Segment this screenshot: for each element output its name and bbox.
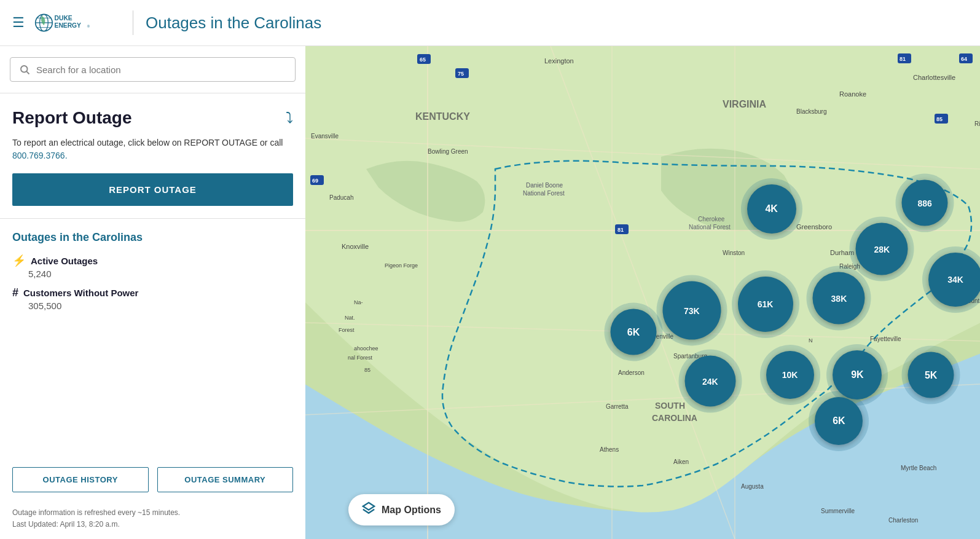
cluster-c13[interactable]: 5K xyxy=(902,346,960,404)
header: ☰ DUKE ENERGY ® Outages in the Carolinas xyxy=(0,0,980,46)
svg-text:Forest: Forest xyxy=(339,327,355,333)
hash-icon: # xyxy=(12,286,18,299)
map-background: KENTUCKY VIRGINIA SOUTH CAROLINA Lexingt… xyxy=(305,46,980,539)
svg-text:CAROLINA: CAROLINA xyxy=(652,413,697,423)
outage-summary-button[interactable]: OUTAGE SUMMARY xyxy=(157,467,294,492)
search-wrapper[interactable] xyxy=(10,57,296,82)
map-options-button[interactable]: Map Options xyxy=(348,494,455,525)
page-title: Outages in the Carolinas xyxy=(146,14,321,33)
cluster-c4[interactable]: 73K xyxy=(656,275,727,346)
svg-text:Knoxville: Knoxville xyxy=(342,243,369,250)
svg-text:81: 81 xyxy=(900,56,906,62)
customers-value: 305,500 xyxy=(28,301,138,311)
header-divider xyxy=(133,10,133,35)
footer-line1: Outage information is refreshed every ~1… xyxy=(12,507,293,519)
svg-text:Lexington: Lexington xyxy=(544,57,574,65)
report-description: To report an electrical outage, click be… xyxy=(12,136,293,162)
map-svg: KENTUCKY VIRGINIA SOUTH CAROLINA Lexingt… xyxy=(305,46,980,539)
svg-text:Anderson: Anderson xyxy=(618,369,645,376)
svg-text:Nat.: Nat. xyxy=(345,315,355,321)
layers-icon xyxy=(362,502,375,518)
cluster-c5[interactable]: 61K xyxy=(732,270,799,338)
svg-text:Athens: Athens xyxy=(600,446,619,453)
svg-text:Richmond: Richmond xyxy=(974,120,980,127)
footer-line2: Last Updated: April 13, 8:20 a.m. xyxy=(12,519,293,530)
outages-region-title: Outages in the Carolinas xyxy=(12,231,293,244)
svg-point-8 xyxy=(21,66,28,73)
svg-text:Cherokee: Cherokee xyxy=(698,216,725,222)
cluster-label-c6: 38K xyxy=(813,272,865,325)
svg-text:Paducah: Paducah xyxy=(329,194,353,201)
customers-label: Customers Without Power xyxy=(23,288,138,298)
cluster-label-c8: 6K xyxy=(611,309,657,355)
svg-text:KENTUCKY: KENTUCKY xyxy=(415,111,470,122)
cluster-c8[interactable]: 6K xyxy=(605,303,663,361)
svg-text:Na-: Na- xyxy=(354,299,363,305)
outage-history-button[interactable]: OUTAGE HISTORY xyxy=(12,467,149,492)
report-outage-section: Report Outage ⤵ To report an electrical … xyxy=(0,93,305,219)
svg-text:Myrtle Beach: Myrtle Beach xyxy=(901,465,936,471)
svg-text:Fayetteville: Fayetteville xyxy=(870,336,901,342)
svg-text:64: 64 xyxy=(961,56,967,62)
svg-text:81: 81 xyxy=(617,227,624,233)
active-outages-row: ⚡ Active Outages 5,240 xyxy=(12,254,293,279)
search-bar xyxy=(0,46,305,93)
search-icon xyxy=(19,64,30,75)
svg-text:Charlottesville: Charlottesville xyxy=(913,74,955,81)
cluster-c1[interactable]: 4K xyxy=(741,178,802,240)
sidebar: Report Outage ⤵ To report an electrical … xyxy=(0,46,305,539)
duke-energy-logo: DUKE ENERGY ® xyxy=(34,8,108,37)
chevron-down-icon[interactable]: ⤵ xyxy=(286,109,293,127)
report-title: Report Outage xyxy=(12,108,131,128)
svg-text:Pigeon Forge: Pigeon Forge xyxy=(385,262,418,269)
svg-text:N: N xyxy=(809,337,813,344)
cluster-c10[interactable]: 24K xyxy=(678,350,742,413)
footer-note: Outage information is refreshed every ~1… xyxy=(0,502,305,539)
svg-text:nal Forest: nal Forest xyxy=(348,355,373,361)
main-container: Report Outage ⤵ To report an electrical … xyxy=(0,46,980,539)
lightning-icon: ⚡ xyxy=(12,254,26,267)
svg-text:85: 85 xyxy=(936,116,943,122)
svg-text:VIRGINIA: VIRGINIA xyxy=(723,99,767,109)
svg-text:Winston: Winston xyxy=(723,250,745,256)
svg-text:®: ® xyxy=(87,25,90,28)
btn-row: OUTAGE HISTORY OUTAGE SUMMARY xyxy=(0,461,305,502)
svg-text:ENERGY: ENERGY xyxy=(55,22,82,29)
cluster-label-c7: 34K xyxy=(928,253,980,307)
cluster-label-c5: 61K xyxy=(738,277,793,332)
cluster-label-c13: 5K xyxy=(908,352,954,398)
svg-marker-83 xyxy=(363,503,374,510)
svg-text:Blacksburg: Blacksburg xyxy=(796,108,826,115)
cluster-c6[interactable]: 38K xyxy=(807,266,871,331)
svg-text:Garretta: Garretta xyxy=(606,403,629,410)
svg-text:Aiken: Aiken xyxy=(673,458,689,465)
cluster-label-c10: 24K xyxy=(684,356,735,407)
svg-line-9 xyxy=(26,71,29,74)
report-outage-button[interactable]: REPORT OUTAGE xyxy=(12,173,293,206)
report-phone: 800.769.3766. xyxy=(12,151,68,160)
map-area[interactable]: KENTUCKY VIRGINIA SOUTH CAROLINA Lexingt… xyxy=(305,46,980,539)
map-options-label: Map Options xyxy=(382,505,441,516)
svg-text:85: 85 xyxy=(364,367,370,373)
cluster-c14[interactable]: 6K xyxy=(809,391,869,451)
cluster-c7[interactable]: 34K xyxy=(922,246,980,313)
svg-text:Augusta: Augusta xyxy=(741,483,764,490)
report-header: Report Outage ⤵ xyxy=(12,108,293,128)
active-outages-value: 5,240 xyxy=(28,269,98,279)
search-input[interactable] xyxy=(36,65,286,75)
svg-text:ahoochee: ahoochee xyxy=(354,345,378,352)
svg-text:69: 69 xyxy=(312,178,318,184)
svg-text:Summerville: Summerville xyxy=(821,508,855,514)
svg-text:75: 75 xyxy=(458,71,464,77)
svg-text:Bowling Green: Bowling Green xyxy=(428,148,468,155)
svg-text:DUKE: DUKE xyxy=(55,15,73,22)
svg-text:Daniel Boone: Daniel Boone xyxy=(526,182,563,189)
outages-section: Outages in the Carolinas ⚡ Active Outage… xyxy=(0,219,305,461)
menu-icon[interactable]: ☰ xyxy=(12,15,25,31)
cluster-label-c11: 10K xyxy=(766,351,814,399)
svg-text:Charleston: Charleston xyxy=(888,517,918,524)
svg-text:65: 65 xyxy=(420,57,426,63)
logo: DUKE ENERGY ® xyxy=(34,8,108,37)
customers-row: # Customers Without Power 305,500 xyxy=(12,286,293,311)
cluster-label-c14: 6K xyxy=(815,397,863,445)
